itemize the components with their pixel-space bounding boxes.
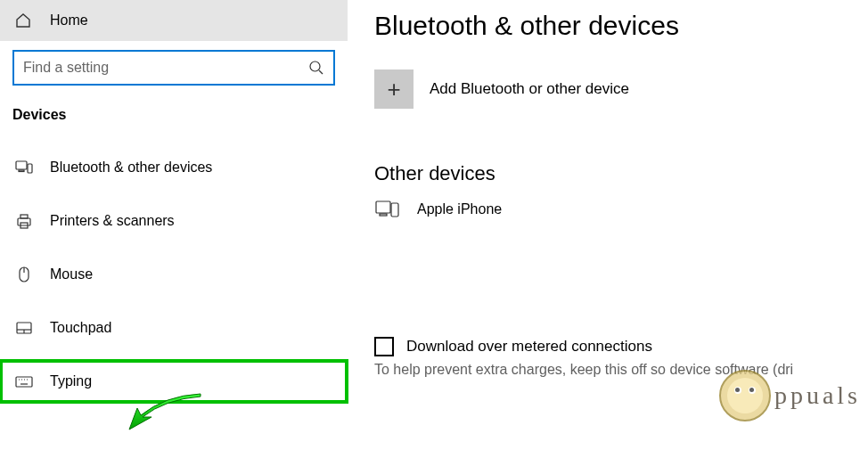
sidebar-item-label: Mouse [50,266,93,282]
search-icon [308,60,324,76]
home-icon [14,12,32,29]
other-devices-heading: Other devices [374,162,868,185]
touchpad-icon [14,318,34,338]
download-metered-row[interactable]: Download over metered connections [374,337,868,356]
home-label: Home [50,12,88,29]
add-device-button[interactable]: + Add Bluetooth or other device [374,70,868,109]
download-tip: To help prevent extra charges, keep this… [374,362,868,378]
bluetooth-devices-icon [14,158,34,177]
svg-line-1 [319,70,323,74]
svg-rect-4 [28,164,32,173]
sidebar-item-label: Bluetooth & other devices [50,160,212,176]
svg-rect-5 [18,218,30,225]
svg-rect-2 [16,161,27,169]
sidebar-item-bluetooth[interactable]: Bluetooth & other devices [0,146,348,189]
device-item[interactable]: Apple iPhone [374,198,868,221]
printer-icon [14,211,34,231]
page-title: Bluetooth & other devices [374,11,868,41]
download-label: Download over metered connections [406,338,652,356]
search-box[interactable] [12,50,335,86]
svg-rect-6 [20,215,28,218]
svg-point-0 [310,61,320,71]
keyboard-icon [14,372,34,391]
add-device-label: Add Bluetooth or other device [430,80,629,98]
sidebar: Home Devices Bluetooth & other devices [0,0,348,450]
sidebar-item-label: Typing [50,373,92,389]
sidebar-item-label: Printers & scanners [50,213,175,229]
svg-rect-21 [391,203,398,217]
sidebar-item-label: Touchpad [50,320,111,336]
svg-rect-19 [376,201,390,213]
sidebar-item-mouse[interactable]: Mouse [0,253,348,296]
svg-rect-13 [16,377,32,387]
download-checkbox[interactable] [374,337,394,356]
svg-rect-3 [19,170,24,172]
svg-rect-20 [380,214,387,216]
sidebar-item-touchpad[interactable]: Touchpad [0,307,348,349]
sidebar-item-printers[interactable]: Printers & scanners [0,200,348,242]
content: Bluetooth & other devices + Add Bluetoot… [348,0,868,450]
sidebar-item-typing[interactable]: Typing [0,360,348,403]
search-input[interactable] [23,60,308,76]
plus-icon: + [374,70,414,109]
home-button[interactable]: Home [0,0,348,41]
category-heading: Devices [0,94,348,135]
phone-icon [374,198,401,221]
mouse-icon [14,265,34,284]
device-label: Apple iPhone [417,201,502,217]
